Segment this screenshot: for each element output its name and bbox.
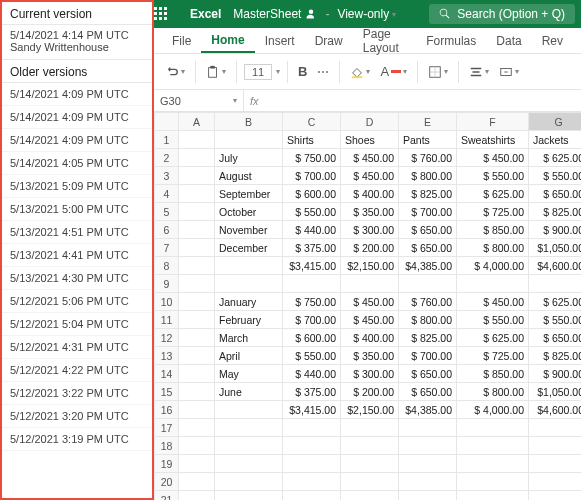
cell[interactable]: $ 800.00	[399, 311, 457, 329]
cell[interactable]: $ 700.00	[283, 311, 341, 329]
cell[interactable]: May	[215, 365, 283, 383]
row-header[interactable]: 8	[155, 257, 179, 275]
cell[interactable]	[399, 419, 457, 437]
cell[interactable]	[457, 491, 529, 501]
version-entry[interactable]: 5/12/2021 5:06 PM UTC	[2, 290, 152, 313]
cell[interactable]	[179, 257, 215, 275]
cell[interactable]	[179, 401, 215, 419]
cell[interactable]: $ 650.00	[399, 365, 457, 383]
cell[interactable]: $ 800.00	[457, 383, 529, 401]
col-header-B[interactable]: B	[215, 113, 283, 131]
cell[interactable]	[457, 473, 529, 491]
bold-button[interactable]: B	[295, 62, 310, 81]
cell[interactable]	[341, 419, 399, 437]
row-header[interactable]: 15	[155, 383, 179, 401]
cell[interactable]	[529, 491, 582, 501]
cell[interactable]: $3,415.00	[283, 257, 341, 275]
font-size-box[interactable]: 11	[244, 64, 272, 80]
cell[interactable]: $ 760.00	[399, 149, 457, 167]
cell[interactable]	[399, 275, 457, 293]
cell[interactable]: $ 450.00	[341, 149, 399, 167]
cell[interactable]: $ 450.00	[341, 311, 399, 329]
cell[interactable]: $ 625.00	[457, 185, 529, 203]
cell[interactable]	[399, 437, 457, 455]
undo-button[interactable]: ▾	[162, 63, 188, 81]
cell[interactable]: June	[215, 383, 283, 401]
cell[interactable]: $ 400.00	[341, 329, 399, 347]
cell[interactable]: December	[215, 239, 283, 257]
cell[interactable]: Sweatshirts	[457, 131, 529, 149]
cell[interactable]: Pants	[399, 131, 457, 149]
cell[interactable]	[179, 383, 215, 401]
cell[interactable]	[283, 473, 341, 491]
cell[interactable]: $ 700.00	[399, 203, 457, 221]
version-entry[interactable]: 5/14/2021 4:09 PM UTC	[2, 129, 152, 152]
cell[interactable]: $ 825.00	[529, 203, 582, 221]
cell[interactable]	[529, 473, 582, 491]
row-header[interactable]: 12	[155, 329, 179, 347]
cell[interactable]: $4,385.00	[399, 401, 457, 419]
tab-file[interactable]: File	[162, 28, 201, 53]
cell[interactable]: $ 725.00	[457, 347, 529, 365]
cell[interactable]: $ 825.00	[399, 185, 457, 203]
cell[interactable]: $ 450.00	[341, 167, 399, 185]
tab-data[interactable]: Data	[486, 28, 531, 53]
cell[interactable]	[341, 455, 399, 473]
version-entry[interactable]: 5/12/2021 3:22 PM UTC	[2, 382, 152, 405]
align-center-button[interactable]: ▾	[466, 63, 492, 81]
cell[interactable]: $2,150.00	[341, 257, 399, 275]
col-header-C[interactable]: C	[283, 113, 341, 131]
cell[interactable]: $ 440.00	[283, 221, 341, 239]
cell[interactable]	[179, 221, 215, 239]
cell[interactable]: $ 550.00	[283, 203, 341, 221]
tab-home[interactable]: Home	[201, 28, 254, 53]
cell[interactable]: $ 650.00	[529, 185, 582, 203]
cell[interactable]: $3,415.00	[283, 401, 341, 419]
tab-formulas[interactable]: Formulas	[416, 28, 486, 53]
cell[interactable]	[399, 473, 457, 491]
col-header-D[interactable]: D	[341, 113, 399, 131]
cell[interactable]	[283, 437, 341, 455]
cell[interactable]	[179, 311, 215, 329]
cell[interactable]: Jackets	[529, 131, 582, 149]
tab-rev[interactable]: Rev	[532, 28, 573, 53]
spreadsheet-grid[interactable]: ABCDEFG1ShirtsShoesPantsSweatshirtsJacke…	[154, 112, 581, 500]
row-header[interactable]: 21	[155, 491, 179, 501]
cell[interactable]: $ 700.00	[399, 347, 457, 365]
row-header[interactable]: 11	[155, 311, 179, 329]
cell[interactable]: $ 625.00	[457, 329, 529, 347]
version-entry[interactable]: 5/12/2021 4:31 PM UTC	[2, 336, 152, 359]
cell[interactable]: $ 400.00	[341, 185, 399, 203]
cell[interactable]: November	[215, 221, 283, 239]
cell[interactable]	[529, 419, 582, 437]
row-header[interactable]: 6	[155, 221, 179, 239]
select-all-cell[interactable]	[155, 113, 179, 131]
tab-insert[interactable]: Insert	[255, 28, 305, 53]
cell[interactable]: $ 625.00	[529, 149, 582, 167]
cell[interactable]	[283, 275, 341, 293]
row-header[interactable]: 19	[155, 455, 179, 473]
cell[interactable]	[179, 167, 215, 185]
cell[interactable]	[179, 131, 215, 149]
cell[interactable]	[179, 329, 215, 347]
merge-button[interactable]: ▾	[496, 63, 522, 81]
cell[interactable]: $4,385.00	[399, 257, 457, 275]
version-entry[interactable]: 5/12/2021 5:04 PM UTC	[2, 313, 152, 336]
cell[interactable]	[529, 437, 582, 455]
row-header[interactable]: 1	[155, 131, 179, 149]
cell[interactable]: April	[215, 347, 283, 365]
cell[interactable]: $ 760.00	[399, 293, 457, 311]
current-version-entry[interactable]: 5/14/2021 4:14 PM UTC Sandy Writtenhouse	[2, 25, 152, 60]
version-entry[interactable]: 5/13/2021 4:41 PM UTC	[2, 244, 152, 267]
row-header[interactable]: 3	[155, 167, 179, 185]
cell[interactable]	[341, 473, 399, 491]
row-header[interactable]: 16	[155, 401, 179, 419]
cell[interactable]: $4,600.00	[529, 257, 582, 275]
cell[interactable]: $ 725.00	[457, 203, 529, 221]
cell[interactable]	[215, 437, 283, 455]
cell[interactable]: $ 750.00	[283, 149, 341, 167]
row-header[interactable]: 2	[155, 149, 179, 167]
fill-color-button[interactable]: ▾	[347, 63, 373, 81]
row-header[interactable]: 20	[155, 473, 179, 491]
version-entry[interactable]: 5/13/2021 5:00 PM UTC	[2, 198, 152, 221]
